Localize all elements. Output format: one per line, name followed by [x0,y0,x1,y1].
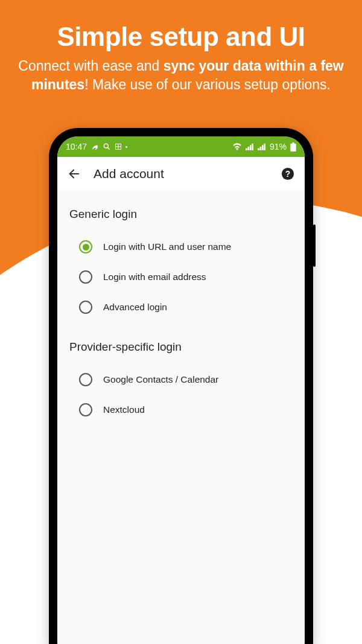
section-provider-login: Provider-specific login [69,340,293,354]
option-label: Login with email address [103,272,206,282]
promo-title: Simple setup and UI [17,22,345,52]
svg-rect-10 [260,147,262,150]
phone-side-button [313,225,316,267]
promo-headline: Simple setup and UI Connect with ease an… [0,22,362,94]
help-icon: ? [281,167,294,180]
svg-line-1 [108,147,110,149]
option-nextcloud[interactable]: Nextcloud [69,395,293,425]
svg-text:?: ? [285,169,290,178]
phone-frame: 10:47 91% Add ac [49,128,313,644]
section-generic-login: Generic login [69,208,293,221]
content-area: Generic login Login with URL and user na… [57,191,305,644]
dot-status-icon [125,146,127,148]
battery-icon [290,142,296,151]
help-button[interactable]: ? [279,165,296,182]
option-login-url[interactable]: Login with URL and user name [69,232,293,262]
grid-status-icon [115,143,122,150]
radio-icon [79,373,92,386]
svg-rect-6 [248,147,250,150]
radio-icon [79,403,92,416]
battery-percent: 91% [270,142,287,151]
radio-icon [79,301,92,314]
svg-rect-7 [250,145,252,150]
svg-rect-8 [252,144,253,150]
option-google[interactable]: Google Contacts / Calendar [69,365,293,395]
svg-rect-11 [262,145,264,150]
signal-icon-1 [246,143,254,150]
leaf-icon [91,142,99,151]
phone-screen: 10:47 91% Add ac [57,136,305,644]
svg-rect-14 [290,143,296,151]
status-time: 10:47 [66,142,87,151]
svg-rect-5 [246,148,247,150]
option-label: Login with URL and user name [103,241,231,252]
svg-rect-12 [264,144,265,150]
status-bar: 10:47 91% [57,136,305,157]
option-label: Nextcloud [103,404,145,415]
svg-rect-9 [258,148,259,150]
svg-point-0 [104,144,108,148]
option-label: Advanced login [103,302,167,313]
arrow-left-icon [68,167,81,180]
app-bar-title: Add account [94,167,268,181]
signal-icon-2 [258,143,266,150]
wifi-icon [232,143,242,150]
option-label: Google Contacts / Calendar [103,374,218,385]
radio-icon [79,240,92,253]
svg-rect-13 [292,142,294,144]
option-login-email[interactable]: Login with email address [69,262,293,292]
search-status-icon [103,142,111,151]
app-bar: Add account ? [57,157,305,191]
back-button[interactable] [66,165,83,182]
radio-icon [79,270,92,284]
option-login-advanced[interactable]: Advanced login [69,292,293,322]
promo-subtitle: Connect with ease and sync your data wit… [17,57,345,94]
